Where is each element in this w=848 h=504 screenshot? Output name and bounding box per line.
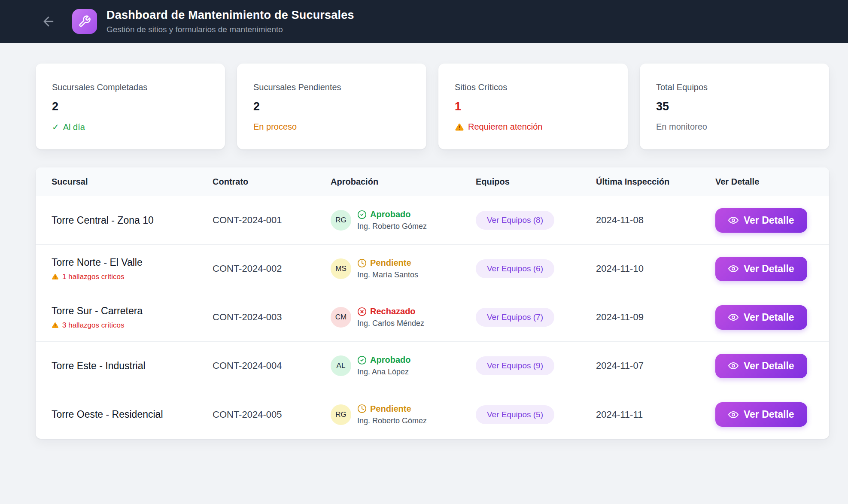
back-button[interactable] [41, 14, 56, 29]
ultima-inspeccion-date: 2024-11-10 [596, 263, 715, 274]
engineer-name: Ing. María Santos [357, 270, 418, 279]
check-circle-icon [357, 210, 367, 219]
eye-icon [728, 410, 739, 420]
card-status-text: Requieren atención [468, 122, 542, 132]
card-sucursales-pendientes: Sucursales Pendientes 2 En proceso [237, 64, 426, 149]
ver-equipos-button[interactable]: Ver Equipos (9) [476, 356, 554, 375]
card-value: 2 [253, 100, 410, 113]
card-label: Total Equipos [656, 82, 813, 92]
ver-equipos-button[interactable]: Ver Equipos (7) [476, 308, 554, 327]
card-total-equipos: Total Equipos 35 En monitoreo [640, 64, 829, 149]
ver-detalle-button[interactable]: Ver Detalle [715, 305, 807, 330]
table-header-row: Sucursal Contrato Aprobación Equipos Últ… [36, 167, 829, 196]
ver-equipos-button[interactable]: Ver Equipos (8) [476, 211, 554, 230]
sucursal-name: Torre Norte - El Valle [52, 257, 213, 268]
contrato-id: CONT-2024-002 [213, 263, 331, 274]
avatar: RG [331, 404, 351, 425]
card-value: 35 [656, 100, 813, 113]
ver-detalle-label: Ver Detalle [744, 312, 794, 323]
page-title: Dashboard de Mantenimiento de Sucursales [106, 9, 354, 22]
ver-detalle-button[interactable]: Ver Detalle [715, 354, 807, 378]
eye-icon [728, 264, 739, 274]
warning-triangle-icon [52, 273, 59, 280]
sucursal-name: Torre Central - Zona 10 [52, 215, 213, 226]
table-row: Torre Norte - El Valle 1 hallazgos críti… [36, 245, 829, 293]
card-label: Sucursales Completadas [52, 82, 209, 92]
ver-detalle-button[interactable]: Ver Detalle [715, 208, 807, 233]
sucursal-name: Torre Sur - Carretera [52, 305, 213, 317]
hallazgos-criticos: 3 hallazgos críticos [52, 321, 213, 330]
card-label: Sitios Críticos [455, 82, 611, 92]
approval-status-text: Aprobado [370, 209, 410, 219]
app-logo [72, 9, 97, 34]
ultima-inspeccion-date: 2024-11-07 [596, 360, 715, 371]
ver-equipos-button[interactable]: Ver Equipos (5) [476, 405, 554, 424]
hallazgos-text: 1 hallazgos críticos [62, 273, 125, 281]
column-header-aprobacion: Aprobación [331, 177, 476, 187]
ver-detalle-button[interactable]: Ver Detalle [715, 257, 807, 281]
ultima-inspeccion-date: 2024-11-09 [596, 312, 715, 323]
column-header-sucursal: Sucursal [52, 177, 213, 187]
check-circle-icon [357, 355, 367, 365]
column-header-ver-detalle: Ver Detalle [715, 177, 813, 187]
column-header-ultima-inspeccion: Última Inspección [596, 177, 715, 187]
ver-detalle-label: Ver Detalle [744, 263, 794, 275]
card-sitios-criticos: Sitios Críticos 1 Requieren atención [438, 64, 628, 149]
ver-detalle-button[interactable]: Ver Detalle [715, 402, 807, 427]
column-header-contrato: Contrato [213, 177, 331, 187]
card-value: 1 [455, 100, 611, 113]
sucursal-name: Torre Oeste - Residencial [52, 409, 213, 420]
table-row: Torre Central - Zona 10 CONT-2024-001 RG… [36, 196, 829, 245]
clock-icon [357, 404, 367, 413]
hallazgos-criticos: 1 hallazgos críticos [52, 273, 213, 281]
eye-icon [728, 361, 739, 371]
page-subtitle: Gestión de sitios y formularios de mante… [106, 25, 354, 34]
approval-status-text: Pendiente [370, 404, 411, 414]
wrench-icon [78, 15, 91, 28]
engineer-name: Ing. Roberto Gómez [357, 416, 427, 425]
ver-equipos-button[interactable]: Ver Equipos (6) [476, 259, 554, 278]
approval-status-text: Pendiente [370, 258, 411, 268]
card-value: 2 [52, 100, 209, 113]
warning-triangle-icon [455, 122, 464, 132]
contrato-id: CONT-2024-004 [213, 360, 331, 371]
approval-status-text: Rechazado [370, 307, 416, 316]
contrato-id: CONT-2024-005 [213, 409, 331, 420]
avatar: MS [331, 258, 351, 279]
eye-icon [728, 215, 739, 225]
card-status-text: En monitoreo [656, 122, 707, 132]
ultima-inspeccion-date: 2024-11-08 [596, 215, 715, 226]
table-row: Torre Este - Industrial CONT-2024-004 AL… [36, 342, 829, 390]
contrato-id: CONT-2024-001 [213, 215, 331, 226]
avatar: RG [331, 210, 351, 231]
sucursal-name: Torre Este - Industrial [52, 360, 213, 372]
ver-detalle-label: Ver Detalle [744, 409, 794, 420]
ver-detalle-label: Ver Detalle [744, 215, 794, 226]
page-header: Dashboard de Mantenimiento de Sucursales… [0, 0, 848, 43]
table-row: Torre Oeste - Residencial CONT-2024-005 … [36, 390, 829, 439]
card-status: ✓ Al día [52, 122, 209, 132]
column-header-equipos: Equipos [476, 177, 596, 187]
main-content: Sucursales Completadas 2 ✓ Al día Sucurs… [0, 43, 848, 439]
engineer-name: Ing. Roberto Gómez [357, 222, 427, 231]
engineer-name: Ing. Ana López [357, 367, 410, 376]
warning-triangle-icon [52, 322, 59, 329]
x-circle-icon [357, 307, 367, 316]
card-status-text: Al día [63, 122, 85, 132]
stat-cards: Sucursales Completadas 2 ✓ Al día Sucurs… [36, 64, 829, 149]
check-icon: ✓ [52, 122, 59, 132]
contrato-id: CONT-2024-003 [213, 312, 331, 323]
arrow-left-icon [41, 14, 56, 29]
card-status-text: En proceso [253, 122, 297, 132]
card-label: Sucursales Pendientes [253, 82, 410, 92]
eye-icon [728, 312, 739, 322]
ultima-inspeccion-date: 2024-11-11 [596, 409, 715, 420]
sucursales-table: Sucursal Contrato Aprobación Equipos Últ… [36, 167, 829, 439]
ver-detalle-label: Ver Detalle [744, 360, 794, 372]
engineer-name: Ing. Carlos Méndez [357, 319, 424, 328]
avatar: CM [331, 307, 351, 328]
hallazgos-text: 3 hallazgos críticos [62, 321, 125, 330]
card-sucursales-completadas: Sucursales Completadas 2 ✓ Al día [36, 64, 225, 149]
clock-icon [357, 258, 367, 268]
approval-status-text: Aprobado [370, 355, 410, 365]
